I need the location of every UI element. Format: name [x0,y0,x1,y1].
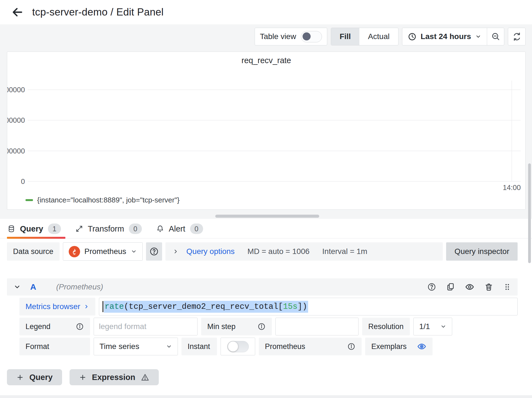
legend-series-label: {instance="localhost:8889", job="tcp-ser… [37,196,180,204]
query-expression-input[interactable]: rate(tcp_server_demo2_req_recv_total[15s… [99,298,518,315]
add-expression-button[interactable]: Expression [70,369,159,385]
tab-query[interactable]: Query 1 [7,224,67,238]
exemplars-field: Exemplars [365,338,433,355]
editor-tabs: Query 1 Transform 0 Alert 0 [0,219,532,238]
page-title: tcp-server-demo / Edit Panel [32,6,163,18]
interval-text: Interval = 1m [322,247,367,256]
format-value: Time series [99,342,139,351]
promql-range: 15s [283,302,298,311]
info-icon [76,322,84,331]
time-range-picker[interactable]: Last 24 hours [402,28,487,45]
time-picker-group: Last 24 hours [402,28,504,45]
chevron-down-icon[interactable] [14,283,21,291]
bottom-scroll-track [0,395,532,398]
refresh-icon [512,32,521,41]
arrow-left-icon [11,6,24,18]
prometheus-logo [69,246,80,257]
horizontal-scrollbar[interactable] [215,215,319,218]
tab-transform[interactable]: Transform 0 [75,224,148,238]
question-circle-icon [427,283,436,291]
eye-icon [465,282,474,292]
actual-button[interactable]: Actual [359,28,398,45]
drag-handle[interactable] [503,283,511,291]
editor-footer: Query Expression [7,369,532,385]
legend-format-input[interactable] [94,318,198,335]
exemplars-toggle[interactable] [417,342,426,351]
svg-text:14:00: 14:00 [503,183,521,192]
table-view-label: Table view [260,32,296,41]
help-button[interactable] [427,283,436,291]
bell-icon [156,225,164,233]
time-series-chart[interactable]: 010000020000030000016:0018:0020:0022:000… [7,66,524,199]
format-options-row: Format Time series Instant Prometheus [19,338,518,355]
panel-toolbar: Table view Fill Actual Last 24 hours [0,28,526,45]
query-card: A (Prometheus) Metrics browser [7,278,518,355]
query-options-link[interactable]: Query options [186,247,235,256]
duplicate-query-button[interactable] [446,283,455,291]
query-card-body: Metrics browser rate(tcp_server_demo2_re… [7,298,518,355]
zoom-out-button[interactable] [487,28,504,45]
format-select[interactable]: Time series [94,338,178,355]
min-step-label: Min step [201,318,272,335]
promql-close: ]) [298,302,307,311]
toggle-visibility-button[interactable] [465,282,474,292]
expression-row: Metrics browser rate(tcp_server_demo2_re… [19,298,518,315]
time-range-label: Last 24 hours [421,32,471,41]
query-inspector-button[interactable]: Query inspector [446,242,518,261]
chart-legend[interactable]: {instance="localhost:8889", job="tcp-ser… [25,196,180,204]
legend-swatch [25,199,33,201]
refresh-button[interactable] [508,28,526,45]
query-datasource-hint: (Prometheus) [56,283,103,291]
resolution-select[interactable]: 1/1 [413,318,452,335]
add-query-button[interactable]: Query [7,369,62,385]
datasource-label: Data source [7,242,60,261]
chevron-down-icon [166,343,172,350]
table-view-switch[interactable] [301,31,322,42]
datasource-select[interactable]: Prometheus [63,242,143,261]
tab-query-count: 1 [48,224,61,234]
plus-icon [16,374,24,381]
chevron-down-icon [440,323,446,330]
datasource-help-button[interactable] [146,242,162,261]
chevron-down-icon [131,248,137,255]
instant-switch [227,341,249,352]
max-data-points-text: MD = auto = 1006 [247,247,310,256]
plus-icon [79,374,86,381]
tab-alert-label: Alert [169,224,185,233]
info-icon [257,322,266,331]
min-step-input[interactable] [275,318,359,335]
query-header-actions [427,282,511,292]
back-button[interactable] [11,6,24,19]
query-card-header[interactable]: A (Prometheus) [7,278,518,296]
warning-icon [141,373,149,382]
magnifier-minus-icon [491,32,500,41]
selected-expression: rate(tcp_server_demo2_req_recv_total[15s… [104,301,308,313]
vertical-scrollbar[interactable] [528,163,531,263]
chevron-right-icon [84,304,89,309]
transform-icon [75,225,83,233]
text-cursor [103,301,103,312]
drag-handle-icon [503,283,511,291]
copy-icon [446,283,455,291]
metrics-browser-label: Metrics browser [25,302,80,311]
datasource-value: Prometheus [85,247,126,256]
query-editor-zone: Query 1 Transform 0 Alert 0 Data source … [0,219,532,385]
question-circle-icon [149,247,159,256]
tab-alert[interactable]: Alert 0 [156,224,209,238]
chevron-right-icon[interactable] [173,248,179,255]
edit-panel-page: tcp-server-demo / Edit Panel Table view … [0,0,532,398]
table-view-group: Table view [255,28,327,45]
remove-query-button[interactable] [484,283,493,291]
legend-options-row: Legend Min step Resolution 1/1 [19,318,518,335]
tab-query-label: Query [20,224,43,233]
fill-button[interactable]: Fill [331,28,359,45]
format-label: Format [19,338,90,355]
prometheus-options-label: Prometheus [259,338,362,355]
instant-toggle[interactable] [221,338,255,355]
svg-text:100000: 100000 [7,147,25,155]
database-icon [7,225,15,233]
trash-icon [484,283,493,291]
resolution-value: 1/1 [419,322,430,331]
metrics-browser-button[interactable]: Metrics browser [19,298,95,315]
header: tcp-server-demo / Edit Panel [0,0,532,24]
